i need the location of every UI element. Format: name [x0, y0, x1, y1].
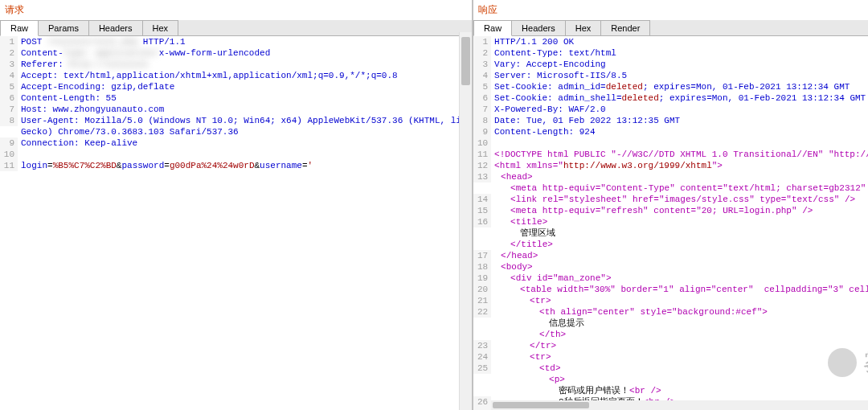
line-number: 22: [473, 306, 491, 318]
scrollbar-thumb[interactable]: [493, 402, 589, 408]
response-scrollbar-h[interactable]: [491, 400, 868, 410]
line-number: 18: [473, 261, 491, 273]
line-number: 8: [473, 115, 491, 126]
line-number: 1: [0, 36, 18, 47]
line-number: 26: [473, 396, 491, 408]
line-number: 7: [0, 104, 18, 115]
line-number: 10: [0, 149, 18, 160]
line-number: 6: [0, 92, 18, 104]
line-number: 3: [473, 59, 491, 70]
line-number: 15: [473, 205, 491, 216]
line-number: 1: [473, 36, 491, 47]
line-number: 24: [473, 351, 491, 363]
request-tabs: Raw Params Headers Hex: [0, 20, 472, 36]
tab-hex[interactable]: Hex: [565, 20, 602, 35]
line-number: 6: [473, 92, 491, 104]
tab-headers[interactable]: Headers: [88, 20, 143, 35]
line-number: 4: [0, 70, 18, 81]
tab-headers[interactable]: Headers: [511, 20, 566, 35]
request-pane: 请求 Raw Params Headers Hex 1POST /xxxxxxx…: [0, 0, 473, 410]
line-number: 12: [473, 160, 491, 171]
response-tabs: Raw Headers Hex Render: [473, 20, 868, 36]
scrollbar-thumb[interactable]: [461, 37, 470, 85]
line-number: 14: [473, 194, 491, 205]
tab-render[interactable]: Render: [600, 20, 650, 35]
tab-hex[interactable]: Hex: [142, 20, 179, 35]
line-number: 19: [473, 273, 491, 284]
tab-raw[interactable]: Raw: [0, 20, 39, 36]
line-number: 8: [0, 115, 18, 126]
line-number: 9: [473, 126, 491, 137]
line-number: 25: [473, 363, 491, 374]
line-number: 4: [473, 70, 491, 81]
response-content[interactable]: 1HTTP/1.1 200 OK 2Content-Type: text/htm…: [473, 36, 868, 410]
line-number: 5: [0, 81, 18, 92]
line-number: 16: [473, 216, 491, 228]
response-pane: 响应 Raw Headers Hex Render 1HTTP/1.1 200 …: [473, 0, 868, 410]
tab-raw[interactable]: Raw: [473, 20, 512, 36]
line-number: 13: [473, 171, 491, 182]
response-title: 响应: [473, 0, 868, 20]
line-number: 7: [473, 104, 491, 115]
line-number: 11: [0, 160, 18, 171]
line-number: 9: [0, 137, 18, 149]
line-number: 23: [473, 340, 491, 351]
line-number: 5: [473, 81, 491, 92]
request-scrollbar-v[interactable]: [459, 32, 472, 410]
line-number: 11: [473, 149, 491, 160]
line-number: 17: [473, 250, 491, 261]
line-number: 10: [473, 137, 491, 149]
tab-params[interactable]: Params: [38, 20, 89, 35]
line-number: 2: [0, 47, 18, 59]
line-number: 2: [473, 47, 491, 59]
request-title: 请求: [0, 0, 472, 20]
request-content[interactable]: 1POST /xxxxxxx/xxxx.php HTTP/1.1 2Conten…: [0, 36, 472, 410]
line-number: 20: [473, 284, 491, 295]
line-number: 3: [0, 59, 18, 70]
line-number: 21: [473, 295, 491, 306]
